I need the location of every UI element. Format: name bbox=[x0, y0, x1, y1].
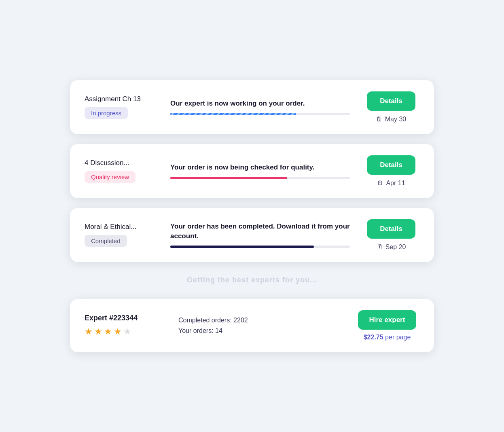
card-3-message: Your order has been completed. Download … bbox=[170, 222, 350, 241]
card-1-right: Details 🗓 May 30 bbox=[363, 91, 419, 123]
ghost-hint-text: Getting the best experts for you... bbox=[70, 272, 434, 286]
card-2-badge: Quality review bbox=[85, 171, 136, 183]
order-card-3: Moral & Ethical... Completed Your order … bbox=[70, 208, 434, 262]
expert-price-amount: $22.75 bbox=[364, 334, 383, 341]
expert-price: $22.75 per page bbox=[364, 334, 411, 341]
card-1-details-button[interactable]: Details bbox=[367, 91, 415, 111]
hire-expert-button[interactable]: Hire expert bbox=[358, 310, 417, 330]
card-2-progress-fill bbox=[170, 177, 287, 179]
card-3-progress-fill bbox=[170, 246, 314, 248]
card-2-progress-track bbox=[170, 177, 350, 179]
card-3-details-button[interactable]: Details bbox=[367, 219, 415, 239]
card-3-badge: Completed bbox=[85, 235, 127, 247]
card-2-date: 🗓 Apr 11 bbox=[377, 180, 405, 187]
your-orders-value: 14 bbox=[215, 327, 222, 334]
completed-orders-label: Completed orders: bbox=[178, 317, 232, 324]
card-3-middle: Your order has been completed. Download … bbox=[170, 222, 350, 248]
card-2-date-text: Apr 11 bbox=[386, 180, 405, 187]
star-5-empty: ★ bbox=[123, 326, 131, 337]
card-2-left: 4 Discussion... Quality review bbox=[85, 159, 157, 183]
expert-stars: ★ ★ ★ ★ ★ bbox=[85, 326, 165, 337]
card-3-left: Moral & Ethical... Completed bbox=[85, 223, 157, 247]
calendar-icon-1: 🗓 bbox=[376, 116, 383, 123]
expert-completed-orders: Completed orders: 2202 bbox=[178, 317, 342, 324]
card-1-progress-fill bbox=[170, 113, 296, 115]
card-3-date: 🗓 Sep 20 bbox=[377, 244, 406, 251]
card-1-badge: In progress bbox=[85, 107, 128, 119]
card-2-right: Details 🗓 Apr 11 bbox=[363, 155, 419, 187]
star-2: ★ bbox=[94, 326, 102, 337]
expert-price-suffix: per page bbox=[385, 334, 411, 341]
expert-right: Hire expert $22.75 per page bbox=[355, 310, 419, 341]
expert-your-orders: Your orders: 14 bbox=[178, 327, 342, 335]
card-1-date-text: May 30 bbox=[385, 116, 406, 123]
expert-middle: Completed orders: 2202 Your orders: 14 bbox=[178, 317, 342, 335]
card-3-date-text: Sep 20 bbox=[385, 244, 406, 251]
card-2-middle: Your order is now being checked for qual… bbox=[170, 163, 350, 180]
card-3-right: Details 🗓 Sep 20 bbox=[363, 219, 419, 251]
calendar-icon-2: 🗓 bbox=[377, 180, 383, 187]
card-1-date: 🗓 May 30 bbox=[376, 116, 406, 123]
card-1-message: Our expert is now working on your order. bbox=[170, 99, 350, 108]
completed-orders-value: 2202 bbox=[233, 317, 248, 324]
card-1-left: Assignment Ch 13 In progress bbox=[85, 95, 157, 119]
expert-card: Expert #223344 ★ ★ ★ ★ ★ Completed order… bbox=[70, 299, 434, 352]
star-3: ★ bbox=[104, 326, 112, 337]
order-card-1: Assignment Ch 13 In progress Our expert … bbox=[70, 80, 434, 134]
expert-name: Expert #223344 bbox=[85, 314, 165, 322]
order-card-2: 4 Discussion... Quality review Your orde… bbox=[70, 144, 434, 198]
card-1-progress-track bbox=[170, 113, 350, 115]
card-3-title: Moral & Ethical... bbox=[85, 223, 157, 231]
card-2-title: 4 Discussion... bbox=[85, 159, 157, 167]
your-orders-label: Your orders: bbox=[178, 327, 214, 334]
cards-container: Assignment Ch 13 In progress Our expert … bbox=[70, 80, 434, 352]
card-2-message: Your order is now being checked for qual… bbox=[170, 163, 350, 172]
card-1-title: Assignment Ch 13 bbox=[85, 95, 157, 103]
star-1: ★ bbox=[85, 326, 93, 337]
card-3-progress-track bbox=[170, 246, 350, 248]
calendar-icon-3: 🗓 bbox=[377, 244, 383, 251]
card-1-middle: Our expert is now working on your order. bbox=[170, 99, 350, 116]
expert-left: Expert #223344 ★ ★ ★ ★ ★ bbox=[85, 314, 165, 337]
star-4: ★ bbox=[114, 326, 122, 337]
card-2-details-button[interactable]: Details bbox=[367, 155, 415, 175]
